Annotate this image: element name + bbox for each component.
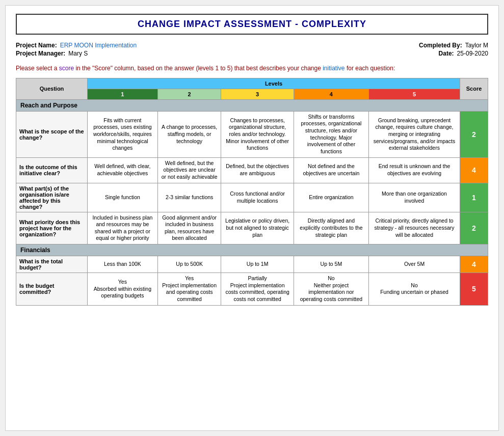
level-cell-0-0-5: Ground breaking, unprecedent change, req… bbox=[369, 111, 460, 157]
level-cell-0-0-4: Shifts or transforms processes, organiza… bbox=[294, 111, 368, 157]
meta-right: Completed By: Taylor M Date: 25-09-2020 bbox=[252, 42, 489, 58]
date-value: 25-09-2020 bbox=[457, 50, 488, 57]
level-cell-1-1-2: Yes Project implementation and operating… bbox=[157, 273, 221, 306]
question-cell-0-0: What is the scope of the change? bbox=[16, 111, 88, 157]
page-container: CHANGE IMPACT ASSESSMENT - COMPLEXITY Pr… bbox=[5, 5, 499, 431]
instruction-initiative-word: initiative bbox=[323, 65, 344, 72]
table-row-0-3: What priority does this project have for… bbox=[16, 212, 488, 244]
level-5-header: 5 bbox=[369, 89, 460, 99]
level-cell-0-1-3: Defined, but the objectives are ambiguou… bbox=[221, 157, 294, 183]
completed-by-label: Completed By: bbox=[419, 42, 462, 49]
level-cell-0-3-4: Directly aligned and explicitly contribu… bbox=[294, 212, 368, 244]
question-cell-0-3: What priority does this project have for… bbox=[16, 212, 88, 244]
score-cell-0-0[interactable]: 2 bbox=[460, 111, 488, 157]
level-cell-1-1-5: No Funding uncertain or phased bbox=[369, 273, 460, 306]
table-row-1-0: What is the total budget?Less than 100KU… bbox=[16, 256, 488, 273]
level-1-header: 1 bbox=[88, 89, 158, 99]
score-cell-0-1[interactable]: 4 bbox=[460, 157, 488, 183]
table-row-0-0: What is the scope of the change?Fits wit… bbox=[16, 111, 488, 157]
section-row-1: Financials bbox=[16, 244, 488, 256]
project-name-row: Project Name: ERP MOON Implementation bbox=[16, 42, 252, 49]
meta-left: Project Name: ERP MOON Implementation Pr… bbox=[16, 42, 252, 58]
level-cell-1-1-3: Partially Project implementation costs c… bbox=[221, 273, 294, 306]
title-box: CHANGE IMPACT ASSESSMENT - COMPLEXITY bbox=[16, 14, 488, 35]
level-cell-0-2-3: Cross functional and/or multiple locatio… bbox=[221, 183, 294, 212]
level-cell-1-1-1: Yes Absorbed within existing operating b… bbox=[88, 273, 158, 306]
date-label: Date: bbox=[439, 50, 454, 57]
level-cell-0-0-1: Fits with current processes, uses existi… bbox=[88, 111, 158, 157]
level-cell-0-1-4: Not defined and the objectives are uncer… bbox=[294, 157, 368, 183]
level-cell-1-0-5: Over 5M bbox=[369, 256, 460, 273]
level-4-header: 4 bbox=[294, 89, 368, 99]
level-cell-0-1-2: Well defined, but the objectives are unc… bbox=[157, 157, 221, 183]
instruction-score-word: score bbox=[59, 65, 74, 72]
completed-by-value: Taylor M bbox=[465, 42, 488, 49]
question-cell-1-0: What is the total budget? bbox=[16, 256, 88, 273]
project-name-value: ERP MOON Implementation bbox=[60, 42, 137, 49]
section-row-0: Reach and Purpose bbox=[16, 99, 488, 111]
level-cell-0-3-5: Critical priority, directly aligned to s… bbox=[369, 212, 460, 244]
level-cell-1-0-1: Less than 100K bbox=[88, 256, 158, 273]
score-cell-1-0[interactable]: 4 bbox=[460, 256, 488, 273]
instruction-text: Please select a score in the "Score" col… bbox=[16, 64, 488, 73]
col-header-question: Question bbox=[16, 78, 88, 99]
table-row-0-2: What part(s) of the organisation is/are … bbox=[16, 183, 488, 212]
level-2-header: 2 bbox=[157, 89, 221, 99]
level-cell-0-1-1: Well defined, with clear, achievable obj… bbox=[88, 157, 158, 183]
project-manager-value: Mary S bbox=[68, 50, 88, 57]
meta-section: Project Name: ERP MOON Implementation Pr… bbox=[16, 42, 488, 58]
col-header-score: Score bbox=[460, 78, 488, 99]
level-cell-0-2-1: Single function bbox=[88, 183, 158, 212]
assessment-table: Question Levels Score 1 2 3 4 5 Reach an… bbox=[16, 78, 488, 306]
project-manager-row: Project Manager: Mary S bbox=[16, 50, 252, 57]
level-cell-0-2-5: More than one organization involved bbox=[369, 183, 460, 212]
col-header-levels: Levels bbox=[88, 78, 460, 89]
level-cell-0-2-2: 2-3 similar functions bbox=[157, 183, 221, 212]
date-row: Date: 25-09-2020 bbox=[252, 50, 489, 57]
question-cell-1-1: Is the budget committed? bbox=[16, 273, 88, 306]
question-cell-0-1: Is the outcome of this initiative clear? bbox=[16, 157, 88, 183]
page-title: CHANGE IMPACT ASSESSMENT - COMPLEXITY bbox=[21, 19, 483, 30]
level-cell-0-2-4: Entire organization bbox=[294, 183, 368, 212]
score-cell-0-2[interactable]: 1 bbox=[460, 183, 488, 212]
level-cell-0-3-3: Legislative or policy driven, but not al… bbox=[221, 212, 294, 244]
level-cell-0-0-2: A change to processes, staffing models, … bbox=[157, 111, 221, 157]
level-cell-1-0-2: Up to 500K bbox=[157, 256, 221, 273]
project-name-label: Project Name: bbox=[16, 42, 57, 49]
level-cell-0-1-5: End result is unknown and the objectives… bbox=[369, 157, 460, 183]
question-cell-0-2: What part(s) of the organisation is/are … bbox=[16, 183, 88, 212]
project-manager-label: Project Manager: bbox=[16, 50, 65, 57]
level-cell-1-1-4: No Neither project implementation nor op… bbox=[294, 273, 368, 306]
table-row-0-1: Is the outcome of this initiative clear?… bbox=[16, 157, 488, 183]
table-row-1-1: Is the budget committed?Yes Absorbed wit… bbox=[16, 273, 488, 306]
score-cell-0-3[interactable]: 2 bbox=[460, 212, 488, 244]
level-3-header: 3 bbox=[221, 89, 294, 99]
level-cell-1-0-3: Up to 1M bbox=[221, 256, 294, 273]
completed-by-row: Completed By: Taylor M bbox=[252, 42, 489, 49]
level-cell-0-3-1: Included in business plan and resources … bbox=[88, 212, 158, 244]
level-cell-1-0-4: Up to 5M bbox=[294, 256, 368, 273]
score-cell-1-1[interactable]: 5 bbox=[460, 273, 488, 306]
level-cell-0-3-2: Good alignment and/or included in busine… bbox=[157, 212, 221, 244]
level-cell-0-0-3: Changes to processes, organizational str… bbox=[221, 111, 294, 157]
